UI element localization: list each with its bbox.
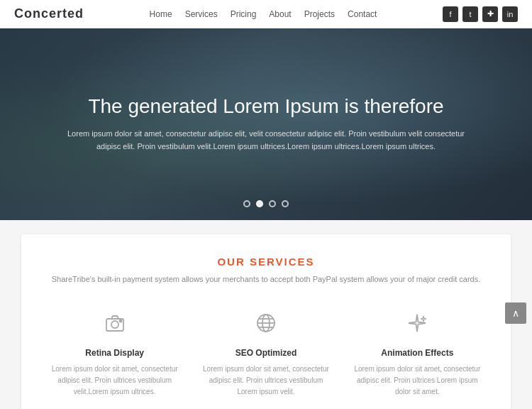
slider-dot-1[interactable] — [256, 200, 263, 207]
nav-item-services[interactable]: Services — [185, 9, 218, 19]
camera-icon — [97, 305, 133, 341]
slider-dot-0[interactable] — [243, 200, 250, 207]
hero-section: The generated Lorem Ipsum is therefore L… — [0, 28, 532, 220]
site-header: Concerted HomeServicesPricingAboutProjec… — [0, 0, 532, 28]
google-plus-icon[interactable]: ✚ — [482, 6, 498, 22]
slider-dot-3[interactable] — [282, 200, 289, 207]
social-icons-group: ft✚in — [443, 6, 518, 22]
nav-item-projects[interactable]: Projects — [304, 9, 335, 19]
service-desc-2: Lorem ipsum dolor sit amet, consectetur … — [353, 364, 482, 398]
services-grid: Retina DisplayLorem ipsum dolor sit amet… — [50, 305, 482, 410]
scroll-up-button[interactable]: ∧ — [505, 302, 526, 324]
service-name-2: Animation Effects — [381, 348, 453, 358]
service-name-0: Retina Display — [85, 348, 144, 358]
nav-item-pricing[interactable]: Pricing — [231, 9, 257, 19]
services-title: OUR SERVICES — [50, 256, 482, 268]
slider-dots — [243, 200, 289, 207]
hero-content: The generated Lorem Ipsum is therefore L… — [0, 95, 532, 153]
services-section: OUR SERVICES ShareTribe's built-in payme… — [21, 234, 511, 409]
hero-text: Lorem ipsum dolor sit amet, consectetur … — [57, 128, 475, 153]
svg-point-1 — [111, 321, 118, 328]
nav-item-contact[interactable]: Contact — [348, 9, 377, 19]
twitter-icon[interactable]: t — [462, 6, 478, 22]
service-desc-0: Lorem ipsum dolor sit amet, consectetur … — [50, 364, 179, 398]
svg-point-2 — [119, 320, 121, 322]
sparkle-icon — [399, 305, 435, 341]
service-item-1: SEO OptimizedLorem ipsum dolor sit amet,… — [201, 305, 331, 398]
service-item-2: Animation EffectsLorem ipsum dolor sit a… — [353, 305, 482, 398]
nav-item-home[interactable]: Home — [150, 9, 172, 19]
service-item-0: Retina DisplayLorem ipsum dolor sit amet… — [50, 305, 179, 398]
nav-item-about[interactable]: About — [269, 9, 291, 19]
service-desc-1: Lorem ipsum dolor sit amet, consectetur … — [201, 364, 331, 398]
services-subtitle: ShareTribe's built-in payment system all… — [50, 273, 482, 285]
hero-title: The generated Lorem Ipsum is therefore — [57, 95, 475, 118]
linkedin-icon[interactable]: in — [502, 6, 518, 22]
globe-icon — [248, 305, 284, 341]
service-name-1: SEO Optimized — [235, 348, 297, 358]
site-logo: Concerted — [14, 6, 84, 21]
main-nav: HomeServicesPricingAboutProjectsContact — [150, 9, 377, 19]
slider-dot-2[interactable] — [269, 200, 276, 207]
facebook-icon[interactable]: f — [443, 6, 458, 22]
